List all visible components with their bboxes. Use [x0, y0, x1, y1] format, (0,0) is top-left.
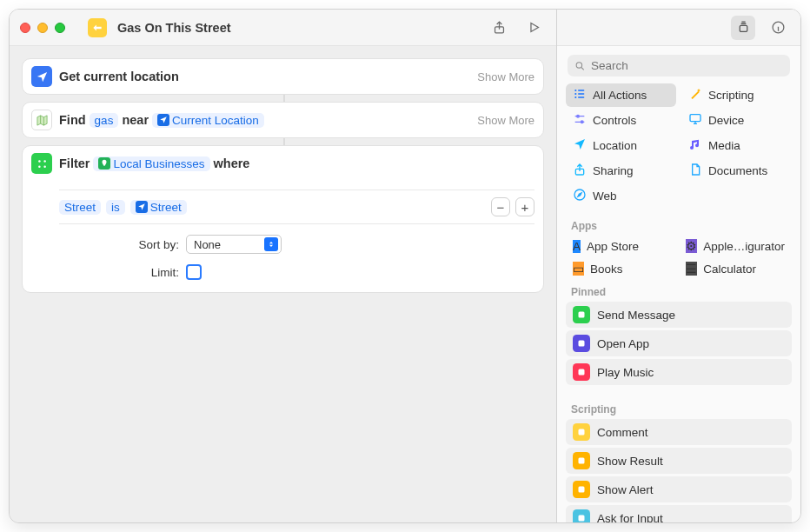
category-all-actions[interactable]: All Actions — [566, 83, 676, 107]
wand-icon — [688, 87, 702, 103]
action-label: Play Music — [597, 366, 654, 379]
close-window-button[interactable] — [20, 23, 30, 33]
sidebar-toolbar — [557, 10, 800, 46]
search-icon — [574, 60, 586, 72]
svg-rect-21 — [579, 369, 585, 376]
category-controls[interactable]: Controls — [566, 109, 676, 132]
location-icon — [31, 66, 52, 87]
library-action-item[interactable]: Play Music — [566, 359, 792, 385]
variable-label: Street — [150, 201, 182, 214]
app-icon: ▭ — [573, 262, 584, 276]
search-field[interactable] — [568, 55, 790, 76]
action-icon — [573, 306, 590, 323]
category-label: Device — [708, 114, 744, 127]
app-item[interactable]: AApp Store — [566, 236, 674, 256]
library-action-item[interactable]: Open App — [566, 330, 792, 356]
filter-field-token[interactable]: Street — [59, 200, 101, 215]
category-label: Sharing — [593, 164, 634, 177]
search-term-token[interactable]: gas — [90, 113, 119, 128]
action-icon — [573, 509, 590, 522]
category-label: Web — [593, 190, 617, 203]
action-library-sidebar: All ActionsScriptingControlsDeviceLocati… — [557, 10, 800, 522]
zoom-window-button[interactable] — [55, 23, 65, 33]
app-item[interactable]: ▭Books — [566, 258, 674, 279]
library-action-item[interactable]: Show Result — [566, 448, 792, 474]
app-item[interactable]: ☰Calculator — [679, 258, 792, 279]
app-icon: A — [573, 240, 581, 253]
show-more-button[interactable]: Show More — [477, 70, 534, 83]
action-find-places[interactable]: Find gas near Current Location Show More — [22, 102, 544, 138]
category-media[interactable]: Media — [681, 134, 792, 157]
svg-point-12 — [574, 96, 576, 98]
category-scripting[interactable]: Scripting — [681, 83, 792, 107]
library-scroll[interactable]: Apps AApp Store⚙Apple…igurator▭Books☰Cal… — [557, 213, 800, 522]
action-label: Ask for Input — [597, 512, 663, 523]
library-action-item[interactable]: Comment — [566, 419, 792, 445]
show-more-button[interactable]: Show More — [477, 114, 534, 127]
slider-icon — [573, 112, 587, 129]
action-icon — [573, 423, 590, 441]
svg-rect-11 — [578, 93, 584, 94]
category-device[interactable]: Device — [681, 109, 792, 132]
app-item[interactable]: ⚙Apple…igurator — [679, 236, 792, 256]
app-label: Books — [590, 263, 623, 276]
action-label: Show Result — [597, 455, 663, 468]
svg-point-8 — [574, 90, 576, 91]
pinned-header: Pinned — [557, 279, 800, 302]
add-condition-button[interactable]: + — [515, 197, 534, 216]
minimize-window-button[interactable] — [37, 23, 48, 33]
filter-condition-row: Street is Street − + — [59, 190, 534, 224]
category-web[interactable]: Web — [566, 184, 676, 208]
action-title: Get current location — [59, 70, 179, 83]
action-get-current-location[interactable]: Get current location Show More — [22, 58, 544, 95]
action-verb: Find — [59, 113, 86, 127]
svg-rect-20 — [579, 341, 585, 347]
info-button[interactable] — [766, 16, 790, 40]
sort-by-select[interactable]: None — [186, 235, 282, 254]
library-button[interactable] — [731, 16, 755, 40]
shortcut-app-icon — [88, 18, 107, 37]
remove-condition-button[interactable]: − — [491, 197, 510, 216]
location-arrow-icon — [157, 114, 169, 126]
connector-icon — [22, 138, 544, 145]
safari-icon — [573, 188, 587, 204]
svg-point-3 — [38, 165, 41, 168]
maps-icon — [31, 110, 52, 130]
category-sharing[interactable]: Sharing — [566, 159, 676, 183]
library-action-item[interactable]: Show Alert — [566, 476, 792, 502]
limit-checkbox[interactable] — [186, 264, 202, 280]
svg-rect-9 — [578, 90, 584, 90]
scripting-header: Scripting — [557, 396, 800, 419]
share-button[interactable] — [487, 16, 511, 40]
main-pane: Gas On This Street Get curr — [10, 10, 557, 522]
category-label: Documents — [708, 164, 767, 177]
svg-point-7 — [576, 62, 581, 67]
category-documents[interactable]: Documents — [681, 159, 792, 183]
workflow-editor: Get current location Show More Find gas … — [10, 46, 556, 522]
filter-op-token[interactable]: is — [106, 200, 125, 215]
library-action-item[interactable]: Ask for Input — [566, 505, 792, 522]
window-controls — [20, 23, 65, 33]
current-location-variable[interactable]: Current Location — [152, 113, 264, 128]
svg-point-4 — [43, 165, 46, 168]
note-icon — [688, 137, 702, 154]
action-label: Show Alert — [597, 483, 654, 496]
limit-label: Limit: — [127, 266, 179, 279]
svg-rect-22 — [579, 429, 585, 436]
apps-grid: AApp Store⚙Apple…igurator▭Books☰Calculat… — [557, 236, 800, 279]
action-filter[interactable]: Filter Local Businesses where Street — [22, 145, 544, 293]
run-button[interactable] — [521, 16, 546, 40]
search-input[interactable] — [591, 59, 783, 72]
filter-value-variable[interactable]: Street — [130, 200, 187, 215]
svg-point-2 — [43, 160, 46, 163]
local-businesses-variable[interactable]: Local Businesses — [93, 156, 209, 171]
pinned-list: Send MessageOpen AppPlay Music — [557, 302, 800, 396]
category-label: Scripting — [708, 89, 754, 102]
list-icon — [573, 87, 587, 103]
category-location[interactable]: Location — [566, 134, 676, 157]
sort-by-row: Sort by: None — [59, 235, 534, 254]
action-label: Comment — [597, 426, 648, 439]
library-action-item[interactable]: Send Message — [566, 302, 792, 328]
app-icon: ☰ — [686, 262, 697, 276]
chevron-up-down-icon — [264, 237, 278, 251]
